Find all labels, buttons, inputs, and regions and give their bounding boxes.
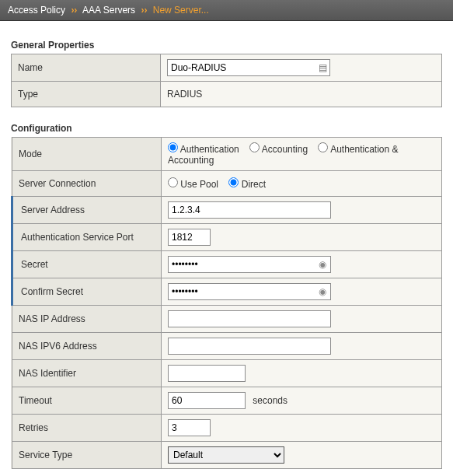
conn-option-pool[interactable]: Use Pool [168,179,218,190]
reveal-password-icon[interactable]: ◉ [319,286,326,297]
breadcrumb-separator: ›› [138,5,150,16]
breadcrumb: Access Policy ›› AAA Servers ›› New Serv… [0,0,453,21]
conn-option-direct[interactable]: Direct [228,179,266,190]
label-auth-port: Authentication Service Port [12,224,162,251]
mode-option-accounting[interactable]: Accounting [249,144,308,155]
breadcrumb-level2[interactable]: AAA Servers [82,5,135,16]
label-name: Name [12,54,161,82]
auth-port-input[interactable] [168,229,211,246]
nas-ipv6-input[interactable] [168,338,331,355]
nas-identifier-input[interactable] [168,365,246,382]
general-properties-table: Name ▤ Type RADIUS [11,54,442,107]
label-secret: Secret [12,251,162,278]
label-server-address: Server Address [12,197,162,224]
label-nas-ip: NAS IP Address [12,306,162,333]
name-input[interactable] [167,59,330,76]
section-title-general: General Properties [11,40,442,51]
label-mode: Mode [12,138,162,171]
section-title-configuration: Configuration [11,123,442,134]
label-retries: Retries [12,415,162,442]
confirm-secret-input[interactable] [168,283,331,300]
label-server-connection: Server Connection [12,171,162,197]
secret-input[interactable] [168,256,331,273]
type-value: RADIUS [161,82,442,107]
label-nas-ipv6: NAS IPV6 Address [12,333,162,360]
lookup-icon[interactable]: ▤ [319,62,327,73]
mode-option-auth[interactable]: Authentication [168,144,239,155]
reveal-password-icon[interactable]: ◉ [319,259,326,270]
retries-input[interactable] [168,419,211,436]
configuration-table: Mode Authentication Accounting Authentic… [11,137,442,469]
label-nas-identifier: NAS Identifier [12,360,162,387]
nas-ip-input[interactable] [168,310,331,327]
label-timeout: Timeout [12,387,162,415]
breadcrumb-separator: ›› [68,5,80,16]
timeout-unit: seconds [253,395,287,406]
breadcrumb-level3: New Server... [153,5,209,16]
breadcrumb-level1[interactable]: Access Policy [8,5,65,16]
label-service-type: Service Type [12,442,162,469]
service-type-select[interactable]: Default [168,446,284,464]
timeout-input[interactable] [168,392,246,409]
label-type: Type [12,82,161,107]
server-address-input[interactable] [168,201,331,219]
label-confirm-secret: Confirm Secret [12,278,162,306]
